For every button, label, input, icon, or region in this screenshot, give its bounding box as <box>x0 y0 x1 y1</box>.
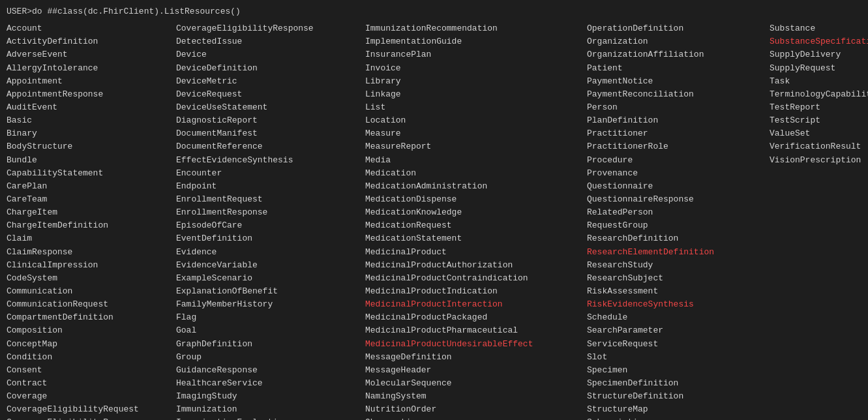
resource-item: Binary <box>7 127 176 140</box>
resource-item: MedicationDispense <box>365 193 587 206</box>
resource-item: DiagnosticReport <box>176 114 365 127</box>
resource-item: Location <box>365 114 587 127</box>
resource-item: MedicinalProductAuthorization <box>365 259 587 272</box>
resource-item: DocumentReference <box>176 140 365 153</box>
resource-item: Consent <box>7 364 176 377</box>
resource-item: Endpoint <box>176 180 365 193</box>
resource-item: MedicinalProduct <box>365 246 587 259</box>
resource-item: Organization <box>587 35 770 48</box>
resource-item: PaymentNotice <box>587 75 770 88</box>
resource-item: Medication <box>365 167 587 180</box>
resource-item: AdverseEvent <box>7 48 176 61</box>
resource-item: MedicinalProductUndesirableEffect <box>365 338 587 351</box>
resource-item: CapabilityStatement <box>7 167 176 180</box>
column-2: ImmunizationRecommendationImplementation… <box>365 22 587 420</box>
resource-item: CompartmentDefinition <box>7 311 176 324</box>
resource-item: CoverageEligibilityResponse <box>176 22 365 35</box>
resource-item: EnrollmentRequest <box>176 193 365 206</box>
resource-item: Observation <box>365 416 587 420</box>
resource-item: CareTeam <box>7 193 176 206</box>
resource-item: MessageHeader <box>365 364 587 377</box>
resource-item: ValueSet <box>770 127 868 140</box>
resource-item: GraphDefinition <box>176 338 365 351</box>
resource-item: TestScript <box>770 114 868 127</box>
resource-item: ChargeItem <box>7 206 176 219</box>
resource-item: Subscription <box>587 416 770 420</box>
resource-item: GuidanceResponse <box>176 364 365 377</box>
resource-item: MedicationKnowledge <box>365 206 587 219</box>
resource-item: ActivityDefinition <box>7 35 176 48</box>
resource-item: SpecimenDefinition <box>587 377 770 390</box>
resource-item: MolecularSequence <box>365 377 587 390</box>
resource-item: QuestionnaireResponse <box>587 193 770 206</box>
resource-item: CarePlan <box>7 180 176 193</box>
resource-item: Communication <box>7 285 176 298</box>
resource-item: OrganizationAffiliation <box>587 48 770 61</box>
resource-item: Condition <box>7 351 176 364</box>
resource-item: AuditEvent <box>7 101 176 114</box>
resource-item: MeasureReport <box>365 140 587 153</box>
resource-item: Composition <box>7 324 176 337</box>
resource-item: EpisodeOfCare <box>176 219 365 232</box>
resource-item: StructureMap <box>587 403 770 416</box>
resource-item: Linkage <box>365 88 587 101</box>
resource-item: Bundle <box>7 154 176 167</box>
resource-item: Goal <box>176 324 365 337</box>
resource-item: Claim <box>7 232 176 245</box>
resource-item: Substance <box>770 22 868 35</box>
resource-grid: AccountActivityDefinitionAdverseEventAll… <box>7 22 861 420</box>
resource-item: NutritionOrder <box>365 403 587 416</box>
resource-item: TerminologyCapabilities <box>770 88 868 101</box>
resource-item: Task <box>770 75 868 88</box>
resource-item: Contract <box>7 377 176 390</box>
resource-item: Flag <box>176 311 365 324</box>
resource-item: ChargeItemDefinition <box>7 219 176 232</box>
resource-item: HealthcareService <box>176 377 365 390</box>
resource-item: ResearchSubject <box>587 272 770 285</box>
resource-item: OperationDefinition <box>587 22 770 35</box>
resource-item: Device <box>176 48 365 61</box>
resource-item: List <box>365 101 587 114</box>
resource-item: ImmunizationRecommendation <box>365 22 587 35</box>
resource-item: AllergyIntolerance <box>7 62 176 75</box>
resource-item: CoverageEligibilityRequest <box>7 403 176 416</box>
resource-item: Patient <box>587 62 770 75</box>
resource-item: Provenance <box>587 167 770 180</box>
resource-item: Immunization <box>176 403 365 416</box>
resource-item: PaymentReconciliation <box>587 88 770 101</box>
resource-item: RiskAssessment <box>587 285 770 298</box>
resource-item: MedicinalProductPharmaceutical <box>365 324 587 337</box>
resource-item: Slot <box>587 351 770 364</box>
resource-item: Specimen <box>587 364 770 377</box>
resource-item: MedicinalProductPackaged <box>365 311 587 324</box>
resource-item: ExampleScenario <box>176 272 365 285</box>
resource-item: MedicationAdministration <box>365 180 587 193</box>
resource-item: EffectEvidenceSynthesis <box>176 154 365 167</box>
resource-item: RiskEvidenceSynthesis <box>587 298 770 311</box>
resource-item: Person <box>587 101 770 114</box>
column-0: AccountActivityDefinitionAdverseEventAll… <box>7 22 176 420</box>
resource-item: MedicationRequest <box>365 219 587 232</box>
resource-item: DocumentManifest <box>176 127 365 140</box>
resource-item: CoverageEligibilityResponse <box>7 416 176 420</box>
resource-item: MedicinalProductIndication <box>365 285 587 298</box>
resource-item: SubstanceSpecification <box>770 35 868 48</box>
resource-item: Evidence <box>176 246 365 259</box>
resource-item: MedicinalProductInteraction <box>365 298 587 311</box>
resource-item: Media <box>365 154 587 167</box>
column-1: CoverageEligibilityResponseDetectedIssue… <box>176 22 365 420</box>
resource-item: SupplyDelivery <box>770 48 868 61</box>
resource-item: AppointmentResponse <box>7 88 176 101</box>
resource-item: ClaimResponse <box>7 246 176 259</box>
resource-item: Encounter <box>176 167 365 180</box>
resource-item: Measure <box>365 127 587 140</box>
resource-item: FamilyMemberHistory <box>176 298 365 311</box>
command-line: USER>do ##class(dc.FhirClient).ListResou… <box>7 5 861 18</box>
resource-item: DetectedIssue <box>176 35 365 48</box>
resource-item: DeviceMetric <box>176 75 365 88</box>
resource-item: ResearchElementDefinition <box>587 246 770 259</box>
resource-item: ClinicalImpression <box>7 259 176 272</box>
resource-item: DeviceDefinition <box>176 62 365 75</box>
resource-item: StructureDefinition <box>587 390 770 403</box>
resource-item: Schedule <box>587 311 770 324</box>
